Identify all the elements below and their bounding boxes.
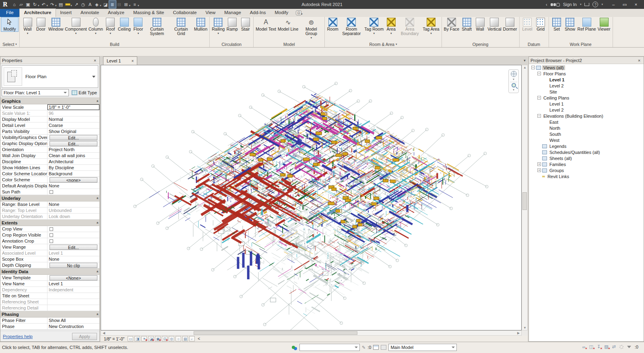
build-wall-button[interactable]: Wall▾	[21, 17, 34, 35]
sun-path-icon[interactable]: ☀×	[141, 336, 147, 341]
prop-value-view-scale[interactable]: 1/8" = 1'-0"	[47, 104, 99, 110]
prop-checkbox-annotation-crop[interactable]	[50, 239, 53, 243]
tree-expander-icon[interactable]: +	[537, 168, 541, 172]
circulation-ramp-button[interactable]: Ramp	[225, 17, 239, 31]
tab-insert[interactable]: Insert	[56, 9, 76, 17]
prop-checkbox-crop-view[interactable]	[50, 227, 53, 231]
tab-analyze[interactable]: Analyze	[103, 9, 129, 17]
close-button[interactable]: ×	[630, 0, 642, 9]
room-area-tag-room-button[interactable]: Tag Room▾	[363, 17, 384, 35]
show-crop-region-icon[interactable]: ⊡×	[162, 336, 167, 341]
scroll-up-icon[interactable]: ▲	[522, 66, 528, 69]
roof-dropdown-icon[interactable]: ▾	[110, 32, 111, 35]
drag-elements-on-selection-icon[interactable]: ⇄	[612, 344, 616, 349]
opening-wall-button[interactable]: Wall	[473, 17, 487, 31]
horizontal-scroll-thumb[interactable]	[194, 331, 357, 335]
work-plane-ref-plane-button[interactable]: Ref Plane	[577, 17, 597, 31]
tree-item-families[interactable]: +Families	[529, 161, 644, 167]
circulation-stair-button[interactable]: Stair	[239, 17, 252, 31]
save-icon[interactable]: ▣	[25, 1, 31, 8]
tab-annotate[interactable]: Annotate	[76, 9, 103, 17]
tree-expander-icon[interactable]: −	[537, 72, 541, 75]
tab-modify[interactable]: Modify	[270, 9, 293, 17]
prop-value-color-scheme-location[interactable]: Background	[47, 171, 99, 176]
prop-value-wall-join-display[interactable]: Clean all wall joins	[47, 153, 99, 158]
undo-dropdown-icon[interactable]: ▾	[47, 4, 48, 7]
prop-button-graphic-display-options[interactable]: Edit...	[50, 141, 97, 146]
properties-close-icon[interactable]: ×	[92, 58, 98, 63]
opening-dormer-button[interactable]: Dormer	[502, 17, 518, 31]
customize-quick-access-toolbar-dropdown-icon[interactable]: ▾	[138, 4, 139, 7]
zoom-dropdown-icon[interactable]: ▾	[513, 88, 514, 91]
panel-label-build[interactable]: Build	[20, 41, 209, 47]
room-area-room-separator-button[interactable]: Room Separator	[339, 17, 363, 36]
build-curtain-grid-button[interactable]: Curtain Grid	[169, 17, 193, 36]
scroll-down-icon[interactable]: ▼	[522, 326, 528, 330]
prop-value-title-on-sheet[interactable]	[47, 293, 99, 299]
build-component-button[interactable]: Component▾	[64, 17, 87, 35]
prop-button-color-scheme[interactable]: <none>	[50, 177, 97, 183]
panel-label-room-area[interactable]: Room & Area▾	[325, 41, 441, 47]
sync-with-central-dropdown-icon[interactable]: ▾	[38, 4, 39, 7]
measure-icon[interactable]	[64, 1, 71, 8]
print-icon[interactable]: ▤	[58, 1, 64, 8]
section-header-underlay[interactable]: Underlay»	[0, 195, 99, 201]
prop-checkbox-crop-region-visible[interactable]	[50, 233, 53, 237]
build-floor-button[interactable]: Floor▾	[132, 17, 145, 35]
wall-dropdown-icon[interactable]: ▾	[27, 32, 29, 35]
prop-button-view-template[interactable]: <None>	[50, 275, 97, 280]
prop-value-scope-box[interactable]: None	[47, 256, 99, 262]
floor-dropdown-icon[interactable]: ▾	[138, 32, 139, 35]
tab-view[interactable]: View	[201, 9, 220, 17]
visual-style-icon[interactable]: ◨	[134, 336, 140, 341]
home-icon[interactable]: ⌂	[11, 1, 18, 8]
selection-settings-gear-icon[interactable]	[619, 345, 623, 349]
reveal-constraints-icon[interactable]: ⌐	[189, 336, 195, 341]
text-icon[interactable]: A	[87, 1, 93, 8]
app-store-cart-icon[interactable]	[584, 3, 589, 6]
undo-icon[interactable]: ↶	[40, 1, 47, 8]
work-plane-viewer-button[interactable]: Viewer	[597, 17, 611, 31]
project-browser-close-icon[interactable]: ×	[636, 58, 642, 63]
design-option-select[interactable]: Main Model	[388, 344, 457, 351]
section-header-phasing[interactable]: Phasing»	[0, 311, 99, 318]
section-icon[interactable]: ◪	[102, 1, 109, 8]
opening-by-face-button[interactable]: By Face	[443, 17, 460, 31]
panel-label-work-plane[interactable]: Work Plane	[549, 41, 613, 47]
tab-add-ins[interactable]: Add-Ins	[246, 9, 270, 17]
tree-item-schedules-quantities-all[interactable]: Schedules/Quantities (all)	[529, 149, 644, 155]
filter-icon[interactable]	[627, 346, 631, 348]
collapse-section-icon[interactable]: »	[95, 197, 99, 199]
build-curtain-system-button[interactable]: Curtain System	[145, 17, 169, 36]
open-icon[interactable]: ▱	[18, 1, 25, 8]
tree-item-revit-links[interactable]: ∞Revit Links	[529, 173, 644, 179]
instance-selector[interactable]: Floor Plan: Level 1	[2, 89, 69, 96]
railing-dropdown-icon[interactable]: ▾	[218, 32, 219, 35]
view-tab-level-1[interactable]: Level 1 ×	[103, 56, 137, 65]
select-modify-button[interactable]: Modify	[1, 17, 18, 31]
panel-label-circulation[interactable]: Circulation	[210, 41, 253, 47]
view-scale-button[interactable]: 1/8" = 1'-0"	[104, 336, 124, 341]
prop-value-phase-filter[interactable]: Show All	[47, 318, 99, 323]
build-roof-button[interactable]: Roof▾	[104, 17, 117, 35]
prop-button-visibility-graphics-overr[interactable]: Edit...	[50, 135, 97, 140]
view-tab-overflow-icon[interactable]: ▼	[522, 56, 528, 65]
view-tab-close-icon[interactable]: ×	[131, 59, 134, 63]
customize-quick-access-toolbar-icon[interactable]: ≡	[131, 1, 138, 8]
aligned-dimension-icon[interactable]: ↗	[73, 1, 80, 8]
zoom-icon[interactable]	[512, 83, 516, 87]
tree-item-north[interactable]: North	[529, 125, 644, 131]
collapse-section-icon[interactable]: »	[95, 270, 99, 272]
thin-lines-icon[interactable]: ≣	[109, 1, 116, 8]
tab-collaborate[interactable]: Collaborate	[169, 9, 201, 17]
datum-grid-button[interactable]: Grid	[534, 17, 547, 31]
design-options-icon[interactable]	[373, 345, 379, 350]
ribbon-display-toggle[interactable]: ⊡▾	[296, 9, 303, 17]
temporary-hide-isolate-icon[interactable]: ◎	[169, 336, 174, 341]
editable-only-icon[interactable]: ✎	[362, 345, 365, 350]
build-ceiling-button[interactable]: Ceiling	[117, 17, 132, 31]
tree-item-level-1[interactable]: Level 1	[529, 101, 644, 107]
collapse-section-icon[interactable]: »	[95, 222, 99, 224]
select-pinned-elements-icon[interactable]: ↧×	[597, 344, 601, 349]
build-window-button[interactable]: Window	[47, 17, 64, 31]
